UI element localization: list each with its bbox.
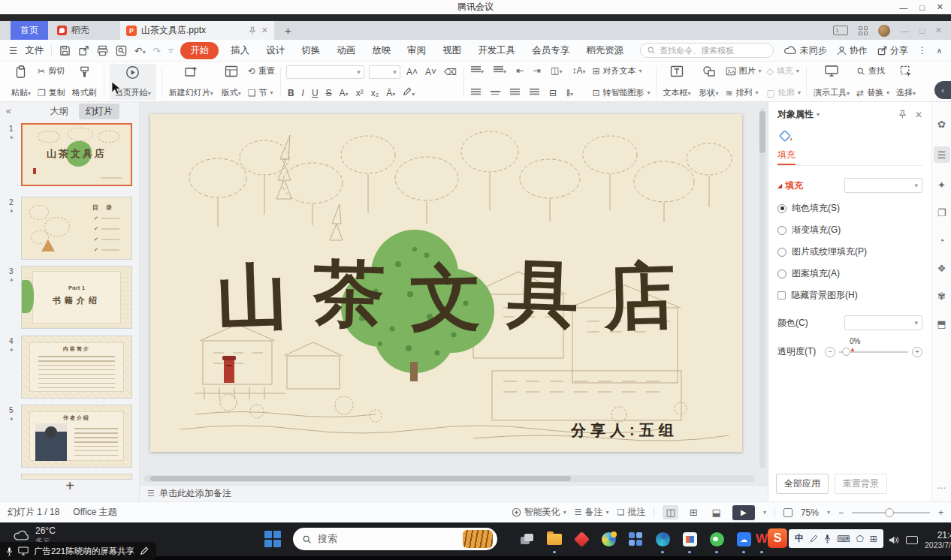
slide-title[interactable]: 山茶文具店 — [216, 248, 712, 344]
sync-status-button[interactable]: 未同步 — [784, 44, 827, 57]
ime-skin-icon[interactable]: ⬠ — [856, 534, 863, 544]
highlight-pen-icon[interactable]: ▾ — [401, 87, 416, 98]
slide-sorter-icon[interactable]: ⊞ — [687, 505, 701, 519]
wps-restore-button[interactable]: □ — [919, 26, 925, 35]
props-title-caret[interactable]: ▾ — [817, 111, 820, 118]
theme-name[interactable]: Office 主题 — [73, 506, 116, 519]
superscript-button[interactable]: x² — [355, 88, 365, 98]
columns-icon[interactable]: ⫴▾ — [565, 88, 575, 98]
tab-outline[interactable]: 大纲 — [50, 105, 68, 118]
convert-smartart-button[interactable]: ⊡转智能图形▾ — [592, 87, 650, 98]
red-diamond-app-icon[interactable] — [571, 528, 592, 549]
transparency-increase-button[interactable]: + — [912, 347, 922, 357]
shapes-button[interactable]: 形状▾ — [698, 64, 720, 100]
ime-mode-label[interactable]: 中 — [795, 532, 804, 545]
menu-member[interactable]: 会员专享 — [527, 44, 574, 57]
replace-button[interactable]: ⇄替换▾ — [856, 87, 889, 98]
color-select[interactable]: ▾ — [844, 315, 922, 330]
user-avatar[interactable] — [878, 25, 890, 37]
menu-start[interactable]: 开始 — [180, 42, 219, 59]
presentation-tools-button[interactable]: 演示工具▾ — [812, 64, 851, 100]
sogou-ime-icon[interactable]: S — [768, 528, 787, 548]
cut-button[interactable]: ✂剪切 — [38, 65, 65, 77]
fit-to-window-icon[interactable] — [783, 508, 792, 517]
slide-thumbnail-4[interactable]: 内容简介 — [21, 336, 132, 399]
start-button[interactable] — [264, 531, 281, 547]
slide-presenter-text[interactable]: 分享人:五组 — [571, 420, 678, 441]
menu-devtools[interactable]: 开发工具 — [473, 44, 520, 57]
wechat-icon[interactable] — [706, 528, 727, 549]
history-icon[interactable]: ◔ — [939, 235, 945, 246]
notes-bar[interactable]: ☰ 单击此处添加备注 — [140, 485, 768, 501]
menu-view[interactable]: 视图 — [438, 44, 466, 57]
quickbar-more-icon[interactable]: ▽ — [168, 47, 173, 54]
textbox-button[interactable]: 文本框▾ — [662, 64, 693, 100]
align-right-icon[interactable] — [509, 88, 521, 98]
pin-tab-icon[interactable] — [248, 26, 257, 35]
zoom-level[interactable]: 75% — [801, 507, 819, 518]
section-button[interactable]: ❏节▾ — [248, 87, 275, 98]
meeting-share-toolbar[interactable]: 广告221陈晓萌的屏幕共享 — [0, 542, 156, 560]
zoom-in-button[interactable]: + — [938, 507, 943, 518]
picture-texture-fill-option[interactable]: 图片或纹理填充(P) — [777, 245, 922, 258]
reset-slide-button[interactable]: ⟲重置 — [248, 65, 275, 77]
command-search-input[interactable]: 查找命令、搜索模板 — [640, 43, 774, 58]
solid-fill-option[interactable]: 纯色填充(S) — [777, 202, 922, 215]
line-spacing-icon[interactable]: ↕A▾ — [570, 65, 587, 76]
menu-animation[interactable]: 动画 — [332, 44, 360, 57]
browser-sphere-app-icon[interactable] — [598, 528, 619, 549]
zoom-slider[interactable] — [852, 512, 930, 513]
meeting-minimize-button[interactable]: — — [899, 3, 907, 12]
collaborate-button[interactable]: 协作 — [837, 44, 868, 57]
taskbar-search-input[interactable]: 搜索 — [293, 528, 497, 550]
clear-format-icon[interactable]: ⌫ — [442, 67, 458, 77]
vertical-scrollbar[interactable] — [759, 108, 765, 468]
font-size-select[interactable]: ▾ — [369, 65, 400, 79]
menu-slideshow[interactable]: 放映 — [367, 44, 395, 57]
copy-panel-icon[interactable]: ❐ — [937, 207, 946, 218]
hamburger-menu-icon[interactable]: ☰ — [9, 45, 17, 56]
comments-button[interactable]: ❏批注 — [617, 506, 646, 519]
section-expand-icon[interactable]: ◢ — [777, 182, 782, 189]
more-menu-icon[interactable]: ⋮ — [918, 45, 927, 56]
ime-toolbar[interactable]: 中 ⌨ ⬠ ⊞ — [789, 529, 883, 548]
smart-beautify-button[interactable]: 智能美化▾ — [512, 506, 566, 519]
ime-toolbox-icon[interactable]: ⊞ — [870, 534, 877, 544]
select-button[interactable]: 选择▾ — [895, 64, 917, 100]
docer-assistant-icon[interactable]: ✿ — [937, 119, 946, 130]
menu-file[interactable]: 文件 — [25, 44, 44, 57]
edge-browser-icon[interactable] — [652, 528, 673, 549]
file-explorer-icon[interactable] — [544, 528, 565, 549]
bold-button[interactable]: B — [286, 88, 296, 98]
underline-button[interactable]: U — [310, 88, 320, 98]
increase-font-icon[interactable]: A˄ — [405, 67, 419, 77]
arrange-button[interactable]: ≋排列▾ — [726, 87, 762, 98]
collapse-panel-chevron[interactable]: ‹ — [934, 81, 951, 99]
slide-thumbnail-1[interactable]: 山茶文具店 — [21, 123, 132, 186]
collapse-ribbon-icon[interactable]: ∧ — [937, 47, 942, 55]
phonetic-guide-icon[interactable]: Ä▾ — [385, 88, 397, 98]
align-text-button[interactable]: ⊞对齐文本▾ — [592, 65, 650, 77]
reading-view-icon[interactable]: ⬓ — [709, 505, 724, 519]
smart-beautify-icon[interactable]: ✦ — [937, 179, 946, 191]
meeting-maximize-button[interactable]: □ — [919, 3, 925, 12]
distribute-icon[interactable]: ⊟ — [548, 88, 558, 98]
wps-close-button[interactable]: ✕ — [935, 26, 942, 35]
horizontal-scrollbar[interactable] — [144, 475, 754, 482]
slide-thumbnail-2[interactable]: 目 录 ✔ ✔ ✔ ✔ — [21, 197, 132, 260]
align-left-icon[interactable] — [469, 88, 482, 98]
annotate-pencil-icon[interactable] — [140, 546, 149, 555]
gradient-fill-option[interactable]: 渐变填充(G) — [777, 224, 922, 236]
align-center-icon[interactable] — [489, 88, 502, 98]
app-store-icon[interactable] — [679, 528, 700, 549]
font-color-button[interactable]: A▾ — [338, 88, 350, 98]
find-button[interactable]: 查找 — [856, 65, 889, 77]
tab-slides[interactable]: 幻灯片 — [79, 104, 119, 119]
menu-insert[interactable]: 插入 — [226, 44, 254, 57]
display-tray-icon[interactable] — [906, 536, 918, 544]
shape-outline-button[interactable]: ▢轮廓▾ — [767, 87, 801, 98]
bullets-icon[interactable]: ▾ — [469, 65, 485, 76]
normal-view-icon[interactable]: ◫ — [663, 505, 678, 519]
numbering-icon[interactable]: ▾ — [492, 65, 508, 76]
props-fill-tab[interactable]: 填充 — [777, 149, 796, 165]
